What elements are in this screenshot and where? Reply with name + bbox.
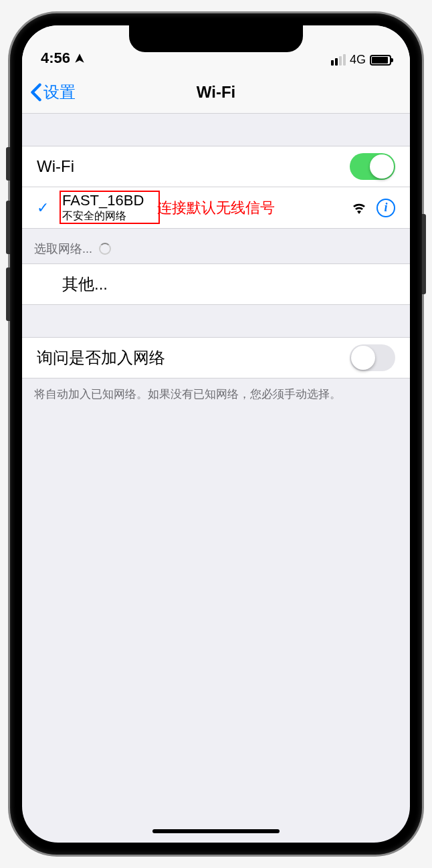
network-text: FAST_16BD 不安全的网络 — [62, 192, 144, 223]
ask-to-join-label: 询问是否加入网络 — [37, 347, 165, 368]
choose-network-label: 选取网络... — [34, 241, 92, 257]
location-icon — [74, 53, 85, 64]
screen: 4:56 4G 设置 Wi-Fi Wi-Fi — [22, 25, 410, 843]
annotation-text: 连接默认无线信号 — [157, 198, 275, 218]
home-indicator[interactable] — [152, 829, 280, 833]
volume-up-button — [6, 201, 10, 254]
back-label: 设置 — [43, 82, 76, 103]
status-right: 4G — [331, 53, 391, 67]
other-network-row[interactable]: 其他... — [22, 263, 410, 305]
network-right-icons: i — [351, 199, 395, 217]
wifi-signal-icon — [351, 201, 367, 215]
wifi-toggle-label: Wi-Fi — [37, 157, 74, 176]
battery-icon — [370, 55, 391, 66]
ask-to-join-toggle[interactable] — [350, 344, 395, 371]
ask-to-join-row[interactable]: 询问是否加入网络 — [22, 337, 410, 378]
network-type-label: 4G — [350, 53, 366, 67]
wifi-toggle-row[interactable]: Wi-Fi — [22, 146, 410, 187]
choose-network-header: 选取网络... — [22, 229, 410, 263]
connected-network-row[interactable]: ✓ FAST_16BD 不安全的网络 连接默认无线信号 i — [22, 187, 410, 229]
other-network-label: 其他... — [62, 274, 108, 295]
notch — [129, 25, 303, 52]
footer-text: 将自动加入已知网络。如果没有已知网络，您必须手动选择。 — [22, 378, 410, 411]
mute-switch — [6, 147, 10, 181]
power-button — [422, 214, 426, 294]
spinner-icon — [99, 243, 111, 255]
phone-frame: 4:56 4G 设置 Wi-Fi Wi-Fi — [10, 13, 422, 855]
checkmark-icon: ✓ — [37, 199, 49, 217]
status-left: 4:56 — [41, 49, 85, 67]
network-ssid: FAST_16BD — [62, 192, 144, 209]
content: Wi-Fi ✓ FAST_16BD 不安全的网络 连接默认无线信号 — [22, 114, 410, 411]
info-icon[interactable]: i — [376, 199, 395, 217]
volume-down-button — [6, 267, 10, 321]
cellular-signal-icon — [331, 54, 346, 66]
nav-title: Wi-Fi — [197, 83, 235, 102]
network-security-note: 不安全的网络 — [62, 209, 144, 223]
status-time: 4:56 — [41, 49, 70, 67]
back-button[interactable]: 设置 — [30, 82, 76, 103]
chevron-left-icon — [30, 83, 42, 102]
wifi-toggle[interactable] — [350, 153, 395, 180]
nav-bar: 设置 Wi-Fi — [22, 71, 410, 114]
